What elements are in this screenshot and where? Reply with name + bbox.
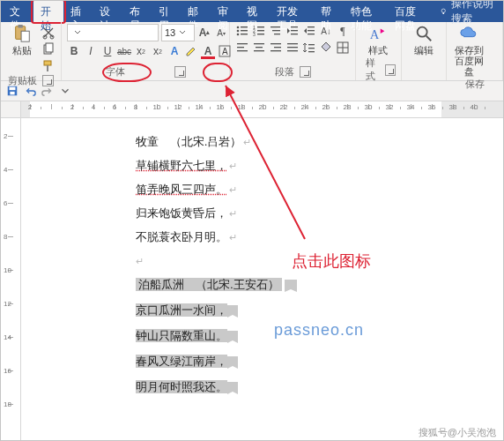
styles-group-label: 样式 <box>361 56 380 83</box>
poem2-line2: 钟山只隔数重山。 <box>136 329 227 342</box>
tab-review[interactable]: 审阅 <box>211 1 240 22</box>
svg-rect-39 <box>254 50 264 51</box>
svg-point-0 <box>441 10 445 13</box>
strike-button[interactable]: abc <box>117 44 131 58</box>
qat-dropdown-icon[interactable] <box>59 85 71 97</box>
save-baidu-button[interactable]: 保存到百度网盘 <box>452 24 485 77</box>
align-center-icon[interactable] <box>252 41 266 55</box>
superscript-icon[interactable]: x2 <box>151 44 165 58</box>
svg-rect-26 <box>272 30 280 31</box>
tab-home[interactable]: 开始 <box>33 1 63 22</box>
indent-dec-icon[interactable] <box>285 24 300 38</box>
font-size-combo[interactable]: 13 <box>161 24 195 41</box>
group-editing: 编辑 <box>402 22 447 80</box>
tab-help[interactable]: 帮助 <box>314 1 343 22</box>
multilevel-icon[interactable] <box>269 24 283 38</box>
show-marks-icon[interactable]: ¶ <box>336 24 350 38</box>
paste-button[interactable]: 粘贴 <box>6 24 38 56</box>
horizontal-ruler[interactable]: 2246810121416182022242628303234363840 <box>1 101 503 118</box>
text-effects-icon[interactable]: A <box>167 44 182 58</box>
tab-design[interactable]: 设计 <box>93 1 122 22</box>
paragraph-launcher-icon[interactable] <box>300 66 311 78</box>
group-paragraph: 123 A↓ ¶ 段落 <box>230 22 356 80</box>
subscript-icon[interactable]: x2 <box>134 44 148 58</box>
italic-button[interactable]: I <box>84 44 98 58</box>
svg-rect-46 <box>308 44 315 45</box>
paste-label: 粘贴 <box>12 45 32 56</box>
svg-rect-4 <box>21 31 29 41</box>
borders-icon[interactable] <box>336 41 350 55</box>
line-spacing-icon[interactable] <box>302 41 316 55</box>
svg-rect-45 <box>287 50 298 51</box>
tab-file[interactable]: 文件 <box>1 1 33 22</box>
poem1-line1: 草铺横野六七里， <box>136 159 227 172</box>
numbering-icon[interactable]: 123 <box>252 24 266 38</box>
align-right-icon[interactable] <box>269 41 283 55</box>
tab-layout[interactable]: 布局 <box>122 1 152 22</box>
grow-font-icon[interactable]: A▴ <box>197 26 211 40</box>
svg-rect-29 <box>291 30 298 31</box>
svg-rect-14 <box>241 26 248 27</box>
paragraph-mark-icon: ↵ <box>243 137 251 147</box>
vertical-ruler[interactable]: 24681012141618 <box>1 118 21 441</box>
poem1-line3: 归来饱饭黄昏后， <box>136 206 227 220</box>
tab-insert[interactable]: 插入 <box>63 1 93 22</box>
sort-icon[interactable]: A↓ <box>319 24 333 38</box>
svg-rect-48 <box>308 51 315 52</box>
paste-icon <box>12 24 32 43</box>
font-launcher-icon[interactable] <box>174 66 186 78</box>
editing-button[interactable]: 编辑 <box>407 24 441 56</box>
svg-rect-57 <box>10 92 14 95</box>
align-justify-icon[interactable] <box>285 41 300 55</box>
font-color-icon[interactable]: A <box>201 44 215 58</box>
tab-references[interactable]: 引用 <box>152 1 181 22</box>
underline-button[interactable]: U <box>100 44 115 58</box>
styles-launcher-icon[interactable] <box>385 64 396 76</box>
tab-developer[interactable]: 开发工具 <box>270 1 315 22</box>
menu-bar: 文件 开始 插入 设计 布局 引用 邮件 审阅 视图 开发工具 帮助 特色功能 … <box>1 1 503 22</box>
image-credit: 搜狐号@小吴泡泡 <box>417 426 498 439</box>
tab-view[interactable]: 视图 <box>240 1 269 22</box>
svg-rect-22 <box>257 30 264 31</box>
shrink-font-icon[interactable]: A▾ <box>214 26 228 40</box>
svg-rect-28 <box>291 26 298 27</box>
svg-rect-30 <box>291 34 298 34</box>
indent-inc-icon[interactable] <box>302 24 316 38</box>
svg-rect-3 <box>18 25 23 28</box>
tell-me-search[interactable]: 操作说明搜索 <box>433 1 503 22</box>
callout-text: 点击此图标 <box>292 250 371 272</box>
copy-icon[interactable] <box>41 42 56 56</box>
styles-icon: A <box>368 24 388 43</box>
document-area: 24681012141618 牧童 （北宋.吕岩）↵ 草铺横野六七里，↵ 笛弄晚… <box>1 118 503 441</box>
svg-rect-43 <box>287 43 298 44</box>
cut-icon[interactable] <box>41 26 56 40</box>
svg-rect-10 <box>47 65 48 71</box>
svg-rect-33 <box>308 34 315 34</box>
styles-button[interactable]: A 样式 <box>361 24 395 56</box>
svg-rect-32 <box>308 30 315 31</box>
svg-rect-47 <box>308 48 315 49</box>
svg-rect-38 <box>256 47 263 48</box>
svg-rect-20 <box>257 26 264 27</box>
svg-rect-18 <box>241 34 248 34</box>
poem2-line1: 京口瓜洲一水间， <box>136 303 227 317</box>
align-left-icon[interactable] <box>235 41 249 55</box>
tab-mailings[interactable]: 邮件 <box>181 1 210 22</box>
bullets-icon[interactable] <box>235 24 249 38</box>
bold-button[interactable]: B <box>67 44 81 58</box>
font-family-combo[interactable] <box>67 24 159 41</box>
quick-access-toolbar <box>1 81 503 101</box>
svg-point-15 <box>237 30 240 33</box>
shading-icon[interactable] <box>319 41 333 55</box>
document-page[interactable]: 牧童 （北宋.吕岩）↵ 草铺横野六七里，↵ 笛弄晚风三四声。↵ 归来饱饭黄昏后，… <box>21 118 503 441</box>
tab-baidu[interactable]: 百度网盘 <box>388 1 433 22</box>
highlight-icon[interactable] <box>184 44 198 58</box>
clipboard-launcher-icon[interactable] <box>42 75 54 86</box>
format-painter-icon[interactable] <box>41 59 56 73</box>
svg-rect-40 <box>271 43 281 44</box>
poem2-title: 泊船瓜洲 （北宋.王安石） <box>136 278 282 291</box>
chevron-down-icon <box>179 29 186 36</box>
poem1-line4: 不脱蓑衣卧月明。 <box>136 230 227 243</box>
poem2-line4: 明月何时照我还。 <box>136 380 227 393</box>
tab-features[interactable]: 特色功能 <box>344 1 389 22</box>
